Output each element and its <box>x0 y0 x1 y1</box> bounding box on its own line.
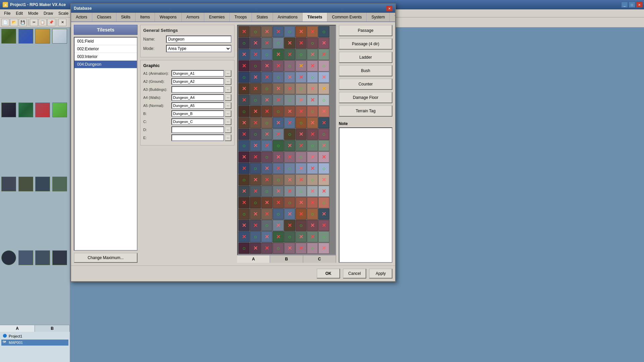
tile-cell[interactable]: ✕ <box>284 72 295 83</box>
list-item-003[interactable]: 003:Interior <box>74 53 137 61</box>
ladder-button[interactable]: Ladder <box>339 52 392 63</box>
tile-cell[interactable]: ✕ <box>261 38 272 49</box>
graphic-b-browse[interactable]: ··· <box>225 110 231 117</box>
dialog-close-button[interactable]: ✕ <box>386 6 392 11</box>
list-box[interactable]: 001:Field 002:Exterior 003:Interior 004:… <box>74 37 138 251</box>
tile-cell[interactable]: ✕ <box>250 243 261 254</box>
tab-states[interactable]: States <box>252 13 273 21</box>
tile-cell[interactable]: ○ <box>296 186 307 197</box>
thumb-5[interactable] <box>1 103 16 117</box>
tile-cell[interactable]: ✕ <box>318 117 329 128</box>
tile-cell[interactable]: ○ <box>318 163 329 174</box>
graphic-a1-browse[interactable]: ··· <box>225 70 231 77</box>
passage-button[interactable]: Passage <box>339 25 392 36</box>
tile-cell[interactable]: ✕ <box>296 106 307 117</box>
close-app-button[interactable]: ✕ <box>636 2 643 8</box>
tile-cell[interactable]: ✕ <box>284 186 295 197</box>
tile-cell[interactable]: ○ <box>250 231 261 242</box>
tile-cell[interactable]: ✕ <box>284 140 295 151</box>
tile-cell[interactable]: ○ <box>250 60 261 71</box>
tile-cell[interactable]: ✕ <box>296 231 307 242</box>
toolbar-open[interactable]: 📂 <box>10 19 18 26</box>
tile-cell[interactable]: ○ <box>307 243 318 254</box>
tile-cell[interactable]: ✕ <box>273 117 284 128</box>
tab-enemies[interactable]: Enemies <box>204 13 230 21</box>
graphic-a1-input[interactable] <box>171 70 224 77</box>
tile-cell[interactable]: ○ <box>273 106 284 117</box>
tile-cell[interactable]: ✕ <box>261 26 272 37</box>
tile-cell[interactable]: ✕ <box>238 186 250 197</box>
graphic-d-browse[interactable]: ··· <box>225 126 231 133</box>
tile-cell[interactable]: ✕ <box>307 152 318 163</box>
tile-cell[interactable]: ✕ <box>238 163 250 174</box>
graphic-c-input[interactable] <box>171 118 224 125</box>
graphic-b-input[interactable] <box>171 110 224 117</box>
tile-cell[interactable]: ✕ <box>284 152 295 163</box>
tile-cell[interactable]: ○ <box>318 231 329 242</box>
list-item-004[interactable]: 004:Dungeon <box>74 61 137 68</box>
name-input[interactable] <box>166 36 231 43</box>
tile-cell[interactable]: ○ <box>307 106 318 117</box>
tile-cell[interactable]: ✕ <box>307 129 318 140</box>
ok-button[interactable]: OK <box>317 268 340 279</box>
tile-cell[interactable]: ○ <box>238 140 250 151</box>
tile-cell[interactable]: ✕ <box>273 26 284 37</box>
tile-cell[interactable]: ○ <box>307 38 318 49</box>
tile-cell[interactable]: ✕ <box>250 208 261 220</box>
toolbar-paste[interactable]: 📌 <box>47 19 55 26</box>
tile-cell[interactable]: ○ <box>250 197 261 208</box>
tile-cell[interactable]: ○ <box>284 60 295 71</box>
toolbar-copy[interactable]: 📋 <box>39 19 47 26</box>
thumb-8[interactable] <box>52 103 67 117</box>
tile-cell[interactable]: ✕ <box>250 186 261 197</box>
bush-button[interactable]: Bush <box>339 65 392 76</box>
tile-cell[interactable]: ✕ <box>284 83 295 94</box>
passage-4dir-button[interactable]: Passage (4 dir) <box>339 38 392 50</box>
tile-cell[interactable]: ✕ <box>273 83 284 94</box>
tile-cell[interactable]: ✕ <box>273 186 284 197</box>
tile-cell[interactable]: ✕ <box>261 243 272 254</box>
tile-cell[interactable]: ✕ <box>261 95 272 106</box>
tile-cell[interactable]: ○ <box>250 129 261 140</box>
tree-project[interactable]: 🔵 Project1 <box>1 333 68 339</box>
tile-cell[interactable]: ✕ <box>296 163 307 174</box>
tile-cell[interactable]: ✕ <box>318 49 329 60</box>
thumb-6[interactable] <box>18 103 33 117</box>
tileset-tab-a[interactable]: A <box>237 255 270 263</box>
tile-cell[interactable]: ○ <box>284 26 295 37</box>
cancel-button[interactable]: Cancel <box>343 268 366 279</box>
tile-cell[interactable]: ✕ <box>284 220 295 231</box>
tile-cell[interactable]: ✕ <box>250 83 261 94</box>
tile-cell[interactable]: ○ <box>284 129 295 140</box>
tile-cell[interactable]: ✕ <box>318 106 329 117</box>
tile-cell[interactable]: ✕ <box>273 163 284 174</box>
tile-cell[interactable]: ✕ <box>238 95 250 106</box>
tile-cell[interactable]: ○ <box>238 38 250 49</box>
tile-cell[interactable]: ○ <box>284 95 295 106</box>
tab-terms[interactable]: Terms <box>390 13 395 21</box>
toolbar-cut[interactable]: ✂ <box>30 19 38 26</box>
tile-cell[interactable]: ○ <box>250 26 261 37</box>
tile-cell[interactable]: ✕ <box>273 49 284 60</box>
graphic-d-input[interactable] <box>171 126 224 133</box>
tab-tilesets[interactable]: Tilesets <box>303 13 327 22</box>
toolbar-save[interactable]: 💾 <box>19 19 27 26</box>
tile-cell[interactable]: ✕ <box>296 129 307 140</box>
tile-cell[interactable]: ✕ <box>307 26 318 37</box>
tileset-grid[interactable]: ✕○✕✕○✕✕○○✕✕○✕✕○✕✕✕○✕✕○✕✕✕○✕✕○✕✕○○✕✕○✕✕○✕… <box>237 25 336 255</box>
tab-armors[interactable]: Armors <box>182 13 205 21</box>
tile-cell[interactable]: ✕ <box>307 163 318 174</box>
thumb-4[interactable] <box>52 29 67 44</box>
tile-cell[interactable]: ✕ <box>238 60 250 71</box>
tile-cell[interactable]: ✕ <box>261 197 272 208</box>
tile-cell[interactable]: ✕ <box>284 208 295 220</box>
tile-cell[interactable]: ○ <box>296 152 307 163</box>
tab-animations[interactable]: Animations <box>273 13 303 21</box>
tile-cell[interactable]: ✕ <box>318 152 329 163</box>
tile-cell[interactable]: ✕ <box>296 243 307 254</box>
tile-cell[interactable]: ○ <box>273 140 284 151</box>
tile-cell[interactable]: ○ <box>273 38 284 49</box>
tile-cell[interactable]: ✕ <box>307 231 318 242</box>
mode-select[interactable]: Area Type World Map VX Compatible <box>166 45 231 52</box>
damage-floor-button[interactable]: Damage Floor <box>339 92 392 103</box>
